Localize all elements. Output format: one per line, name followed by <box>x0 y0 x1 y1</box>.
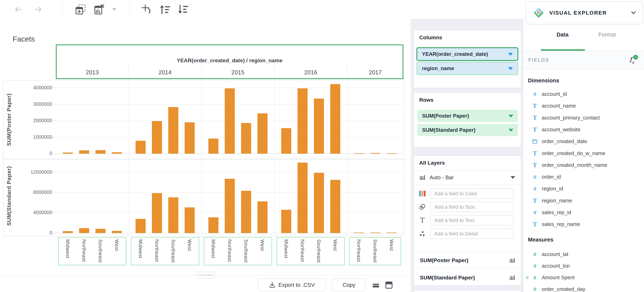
bar-SUM(Standard Paper)-2014-Northeast[interactable] <box>152 193 162 233</box>
bar-SUM(Poster Paper)-2014-West[interactable] <box>185 122 195 154</box>
field-label: sales_rep_id <box>542 210 571 216</box>
resize-handle[interactable] <box>196 272 214 279</box>
bar-SUM(Poster Paper)-2014-Southeast[interactable] <box>168 107 178 154</box>
measure-Amount Spent[interactable]: =#Amount Spent <box>523 272 644 283</box>
swap-axes-button[interactable] <box>137 0 156 19</box>
bar-SUM(Poster Paper)-2016-West[interactable] <box>330 84 340 154</box>
sort-ascending-button[interactable] <box>156 0 174 19</box>
layer-row-sum-poster-paper[interactable]: SUM(Poster Paper) <box>414 252 521 269</box>
bar-SUM(Poster Paper)-2013-Southeast[interactable] <box>96 150 106 154</box>
bar-SUM(Standard Paper)-2016-West[interactable] <box>330 180 340 233</box>
bar-SUM(Standard Paper)-2016-Northeast[interactable] <box>298 162 308 233</box>
dimension-order_id[interactable]: #order_id <box>523 172 644 182</box>
pill-year-order-created-date[interactable]: YEAR(order_created_date) <box>417 48 518 60</box>
mark-type-dropdown[interactable]: Auto - Bar <box>414 170 521 184</box>
facet-year-label-2013[interactable]: 2013 <box>56 69 129 76</box>
undo-back-button[interactable] <box>10 0 27 19</box>
bar-SUM(Standard Paper)-2013-West[interactable] <box>112 231 122 233</box>
facet-header-separator <box>202 63 202 78</box>
bar-SUM(Poster Paper)-2015-Northeast[interactable] <box>225 88 235 154</box>
dimension-region_id[interactable]: #region_id <box>523 183 644 194</box>
bar-SUM(Standard Paper)-2013-Midwest[interactable] <box>63 231 73 233</box>
bar-SUM(Standard Paper)-2015-Midwest[interactable] <box>208 217 218 233</box>
export-csv-button[interactable]: Export to .CSV <box>258 279 326 291</box>
bar-SUM(Standard Paper)-2015-West[interactable] <box>258 202 268 233</box>
add-field-to-text[interactable]: Add a field to Text <box>430 215 513 226</box>
bar-SUM(Poster Paper)-2016-Northeast[interactable] <box>298 88 308 154</box>
dimension-account_name[interactable]: Taccount_name <box>523 100 644 111</box>
bar-SUM(Poster Paper)-2013-Northeast[interactable] <box>79 150 89 154</box>
bar-SUM(Standard Paper)-2013-Southeast[interactable] <box>96 229 106 233</box>
dimension-account_id[interactable]: #account_id <box>523 88 644 100</box>
bar-SUM(Standard Paper)-2014-Midwest[interactable] <box>136 219 146 233</box>
bar-SUM(Poster Paper)-2017-West[interactable] <box>386 153 396 154</box>
bar-SUM(Standard Paper)-2014-West[interactable] <box>185 208 195 233</box>
bar-SUM(Poster Paper)-2015-West[interactable] <box>258 113 268 154</box>
collapse-view-button[interactable] <box>372 281 380 288</box>
bar-SUM(Standard Paper)-2015-Southeast[interactable] <box>241 191 251 233</box>
bar-SUM(Poster Paper)-2013-West[interactable] <box>112 152 122 154</box>
pill-sum-standard-paper[interactable]: SUM(Standard Paper) <box>418 124 518 136</box>
bar-SUM(Standard Paper)-2013-Northeast[interactable] <box>79 228 89 233</box>
facet-header-title: YEAR(order_created_date) / region_name <box>56 58 404 64</box>
add-calculated-field-button[interactable]: fx + <box>625 55 638 65</box>
facet-year-label-2015[interactable]: 2015 <box>202 69 274 76</box>
layer-row-sum-standard-paper[interactable]: SUM(Standard Paper) <box>414 269 521 286</box>
bar-SUM(Poster Paper)-2013-Midwest[interactable] <box>63 152 73 154</box>
bar-SUM(Poster Paper)-2014-Midwest[interactable] <box>136 141 146 154</box>
bar-SUM(Standard Paper)-2017-Northeast[interactable] <box>354 232 364 233</box>
bar-SUM(Standard Paper)-2016-Southeast[interactable] <box>314 173 324 233</box>
add-field-to-detail[interactable]: Add a field to Detail <box>430 228 513 239</box>
region-label-2013-Northeast: Northeast <box>81 239 87 262</box>
pill-sum-poster-paper[interactable]: SUM(Poster Paper) <box>418 110 518 122</box>
region-label-2016-West: West <box>332 239 338 251</box>
dimension-sales_rep_name[interactable]: Tsales_rep_name <box>523 219 644 230</box>
bar-SUM(Poster Paper)-2016-Southeast[interactable] <box>314 98 324 154</box>
add-visualization-button[interactable] <box>71 0 90 19</box>
pill-caret-icon[interactable] <box>508 67 513 70</box>
bar-SUM(Standard Paper)-2017-Southeast[interactable] <box>370 232 380 233</box>
dimension-order_created_month_name[interactable]: Torder_created_month_name <box>523 160 644 170</box>
redo-forward-button[interactable] <box>27 0 50 19</box>
bar-SUM(Standard Paper)-2015-Northeast[interactable] <box>225 179 235 233</box>
y-tick-mark <box>53 212 56 213</box>
bar-SUM(Standard Paper)-2014-Southeast[interactable] <box>168 197 178 233</box>
facet-year-label-2016[interactable]: 2016 <box>274 69 347 76</box>
region-label-2016-Midwest: Midwest <box>283 239 289 258</box>
measure-account_lon[interactable]: #account_lon <box>523 260 644 272</box>
dimension-account_primary_contact[interactable]: Taccount_primary_contact <box>523 112 644 123</box>
pill-region-name[interactable]: region_name <box>417 62 518 74</box>
text-field-icon: T <box>530 221 540 228</box>
pill-caret-icon[interactable] <box>508 53 513 56</box>
dimension-order_created_do_w_name[interactable]: Torder_created_do_w_name <box>523 148 644 159</box>
bar-SUM(Poster Paper)-2016-Midwest[interactable] <box>281 128 291 154</box>
facet-year-label-2014[interactable]: 2014 <box>129 69 202 76</box>
add-field-to-color[interactable]: Add a field to Color <box>430 188 513 199</box>
visual-explorer-menu[interactable]: VISUAL EXPLORER <box>526 1 643 24</box>
field-label: sales_rep_name <box>542 221 580 227</box>
dimension-account_website[interactable]: Taccount_website <box>523 124 644 135</box>
dimension-order_created_date[interactable]: order_created_date <box>523 136 644 147</box>
dimension-sales_rep_id[interactable]: #sales_rep_id <box>523 207 644 218</box>
field-label: account_id <box>542 91 567 97</box>
pill-caret-icon[interactable] <box>508 115 513 118</box>
measure-account_lat[interactable]: #account_lat <box>523 249 644 260</box>
dimension-region_name[interactable]: Tregion_name <box>523 195 644 206</box>
sort-descending-button[interactable] <box>174 0 192 19</box>
visualization-menu-caret[interactable] <box>109 0 120 19</box>
facet-year-label-2017[interactable]: 2017 <box>347 69 404 76</box>
copy-button[interactable]: Copy <box>332 279 366 291</box>
measure-order_created_day[interactable]: #order_created_day <box>523 284 644 292</box>
bar-SUM(Poster Paper)-2015-Southeast[interactable] <box>241 123 251 154</box>
remove-visualization-button[interactable] <box>90 0 109 19</box>
expand-view-button[interactable] <box>385 281 393 289</box>
add-field-to-size[interactable]: Add a field to Size <box>430 202 513 212</box>
bar-SUM(Poster Paper)-2015-Midwest[interactable] <box>208 138 218 154</box>
facet-header-separator <box>347 63 348 78</box>
pill-caret-icon[interactable] <box>508 129 513 132</box>
bar-SUM(Standard Paper)-2017-West[interactable] <box>386 232 396 233</box>
bar-SUM(Poster Paper)-2017-Southeast[interactable] <box>370 153 380 154</box>
bar-SUM(Poster Paper)-2014-Northeast[interactable] <box>152 121 162 154</box>
bar-SUM(Poster Paper)-2017-Northeast[interactable] <box>354 153 364 154</box>
bar-SUM(Standard Paper)-2016-Midwest[interactable] <box>281 210 291 233</box>
